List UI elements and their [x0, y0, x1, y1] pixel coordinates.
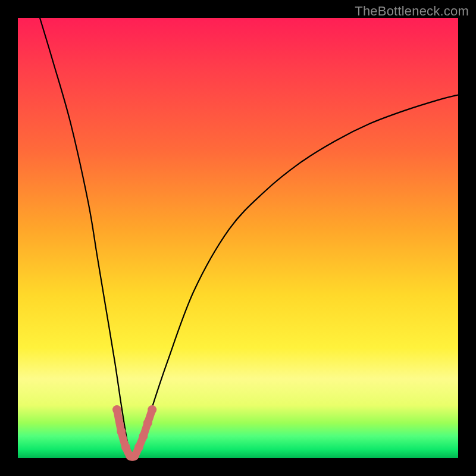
- highlight-dot: [139, 432, 148, 441]
- plot-area: [18, 18, 458, 458]
- highlight-dot: [117, 427, 126, 436]
- curve-layer: [18, 18, 458, 458]
- highlight-dot: [121, 443, 130, 452]
- bottleneck-curve: [40, 18, 458, 458]
- highlight-dot: [148, 405, 156, 414]
- highlight-dot: [112, 405, 121, 414]
- highlight-dot: [143, 418, 152, 427]
- watermark-label: TheBottleneck.com: [355, 4, 469, 19]
- highlight-dot: [130, 452, 139, 461]
- highlight-dot: [134, 443, 143, 452]
- highlight-dots: [112, 405, 156, 461]
- chart-canvas: TheBottleneck.com: [0, 0, 476, 476]
